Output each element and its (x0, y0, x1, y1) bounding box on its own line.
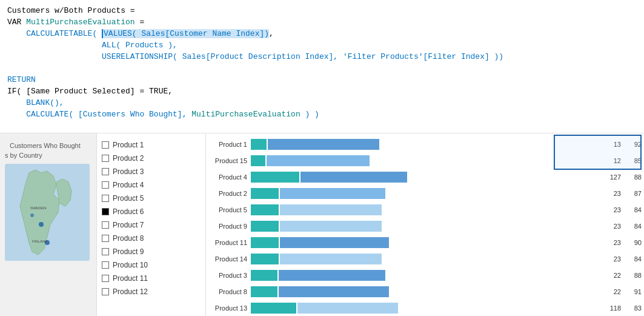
code-line-6 (7, 62, 637, 74)
product-checkbox[interactable] (102, 181, 109, 189)
chart-value-left: 23 (602, 206, 623, 213)
chart-value-right: 88 (623, 272, 642, 279)
list-item[interactable]: Product 10 (99, 258, 203, 272)
bar-chart-panel: Product 1 13 92 Product 15 12 85 Product… (206, 133, 644, 316)
chart-row-label: Product 13 (208, 304, 251, 312)
chart-value-right: 88 (623, 173, 642, 181)
product-checkbox[interactable] (102, 261, 109, 269)
chart-bar-container (251, 302, 602, 314)
chart-row: Product 2 23 87 (206, 185, 644, 201)
chart-value-right: 83 (623, 304, 642, 312)
chart-row: Product 5 23 84 (206, 201, 644, 218)
product-checkbox[interactable] (102, 195, 109, 202)
product-label: Product 2 (113, 154, 144, 163)
chart-row-label: Product 11 (208, 239, 251, 246)
chart-row: Product 3 22 88 (206, 267, 644, 283)
customers-who-bought-label: Customers Who Bought (5, 140, 91, 152)
bar-blue (280, 204, 382, 215)
code-line-4: ALL( Products ), (7, 39, 637, 51)
bar-teal (251, 172, 299, 183)
list-item[interactable]: Product 7 (99, 218, 203, 232)
code-line-10: CALCULATE( [Customers Who Bought], Multi… (7, 109, 637, 120)
chart-row: Product 13 118 83 (206, 300, 644, 316)
bar-teal (251, 286, 277, 297)
product-checkbox[interactable] (102, 248, 109, 255)
product-label: Product 11 (113, 274, 148, 283)
list-item[interactable]: Product 2 (99, 152, 203, 165)
chart-value-right: 84 (623, 206, 642, 213)
product-label: Product 4 (113, 181, 144, 189)
product-checkbox[interactable] (102, 288, 109, 295)
list-item[interactable]: Product 5 (99, 192, 203, 205)
product-checkbox-checked[interactable] (102, 208, 109, 215)
chart-value-right: 92 (623, 141, 642, 148)
chart-value-right: 87 (623, 190, 642, 197)
bottom-section: Customers Who Bought s by Country SWEDEN… (0, 133, 644, 316)
bar-teal (251, 237, 279, 248)
list-item[interactable]: Product 8 (99, 232, 203, 245)
chart-value-left: 23 (602, 255, 623, 263)
chart-bar-container (251, 155, 602, 167)
product-label: Product 7 (113, 221, 144, 229)
chart-row-label: Product 1 (208, 141, 251, 148)
svg-text:FINLAND: FINLAND (32, 240, 48, 243)
list-item[interactable]: Product 1 (99, 138, 203, 152)
chart-row-label: Product 2 (208, 190, 251, 197)
list-item[interactable]: Product 11 (99, 272, 203, 285)
list-item[interactable]: Product 12 (99, 285, 203, 298)
bar-teal (251, 155, 265, 166)
product-checkbox[interactable] (102, 221, 109, 229)
product-label: Product 1 (113, 141, 144, 149)
chart-value-left: 12 (602, 157, 623, 164)
code-line-3: CALCULATETABLE( VALUES( Sales[Customer N… (7, 28, 637, 39)
chart-bar-container (251, 220, 602, 232)
bar-blue (267, 155, 370, 166)
bar-blue (268, 139, 379, 150)
bar-teal (251, 303, 296, 314)
chart-value-left: 13 (602, 141, 623, 148)
bar-blue (279, 286, 389, 297)
chart-value-right: 84 (623, 223, 642, 230)
chart-bar-container (251, 138, 602, 150)
chart-value-right: 84 (623, 255, 642, 263)
code-line-1: Customers w/Both Products = (7, 5, 637, 16)
product-label: Product 8 (113, 234, 144, 243)
list-item[interactable]: Product 9 (99, 245, 203, 258)
bar-blue (280, 254, 382, 264)
product-label: Product 12 (113, 287, 148, 296)
chart-bar-container (251, 171, 602, 183)
product-label: Product 9 (113, 247, 144, 256)
product-checkbox[interactable] (102, 168, 109, 175)
product-checkbox[interactable] (102, 141, 109, 149)
code-line-2: VAR MultiPurchaseEvaluation = (7, 16, 637, 28)
product-checkbox[interactable] (102, 235, 109, 242)
list-item[interactable]: Product 4 (99, 178, 203, 192)
chart-value-left: 23 (602, 239, 623, 246)
list-item[interactable]: Product 6 (99, 205, 203, 218)
chart-row-label: Product 14 (208, 255, 251, 263)
product-list-panel: Product 1 Product 2 Product 3 Product 4 … (97, 133, 206, 316)
product-label: Product 6 (113, 207, 144, 216)
bar-blue (280, 188, 385, 199)
chart-bar-container (251, 269, 602, 281)
chart-value-left: 23 (602, 223, 623, 230)
chart-row: Product 11 23 90 (206, 234, 644, 250)
chart-row-label: Product 4 (208, 173, 251, 181)
chart-value-right: 90 (623, 239, 642, 246)
list-item[interactable]: Product 3 (99, 165, 203, 178)
chart-row: Product 4 127 88 (206, 169, 644, 185)
chart-value-right: 85 (623, 157, 642, 164)
chart-row: Product 9 23 84 (206, 218, 644, 234)
by-country-label: s by Country (5, 152, 91, 159)
product-label: Product 5 (113, 194, 144, 203)
chart-value-left: 22 (602, 288, 623, 295)
product-label: Product 10 (113, 261, 148, 269)
map-visualization: SWEDEN FINLAND (5, 164, 90, 261)
bar-blue (280, 237, 389, 248)
bar-teal (251, 270, 277, 281)
product-checkbox[interactable] (102, 155, 109, 162)
bar-teal (251, 139, 267, 150)
product-checkbox[interactable] (102, 275, 109, 282)
chart-bar-container (251, 204, 602, 216)
chart-bar-container (251, 286, 602, 298)
